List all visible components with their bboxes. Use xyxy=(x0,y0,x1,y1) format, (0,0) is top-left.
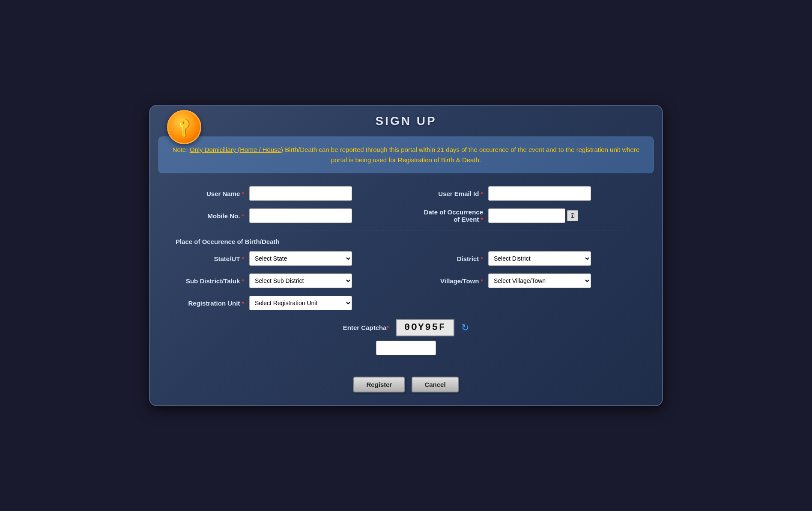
row-subdistrict-village: Sub District/Taluk * Select Sub District… xyxy=(176,273,636,288)
date-input-group: 🗓 xyxy=(488,208,578,223)
mobile-input[interactable] xyxy=(249,208,352,223)
note-underline: Only Domiciliary (Home / House) xyxy=(190,146,283,153)
row-user-info: User Name * User Email Id * xyxy=(176,186,636,201)
captcha-input[interactable] xyxy=(376,341,436,355)
captcha-display: 0OY95F xyxy=(396,319,454,336)
email-required: * xyxy=(481,190,483,197)
username-label: User Name * xyxy=(176,190,244,197)
district-select[interactable]: Select District xyxy=(488,251,591,266)
signup-dialog: 🔑 SIGN UP Note: Only Domiciliary (Home /… xyxy=(149,105,663,406)
email-label: User Email Id * xyxy=(415,190,483,197)
group-mobile: Mobile No. * xyxy=(176,208,397,223)
row-state-district: State/UT * Select State District * Selec… xyxy=(176,251,636,266)
divider xyxy=(184,231,628,231)
email-input[interactable] xyxy=(488,186,591,201)
page-title: SIGN UP xyxy=(375,114,436,128)
mobile-label: Mobile No. * xyxy=(176,212,244,220)
captcha-label: Enter Captcha* xyxy=(343,324,389,331)
username-required: * xyxy=(242,190,244,197)
calendar-icon[interactable]: 🗓 xyxy=(567,210,578,221)
place-section-label: Place of Occurence of Birth/Death xyxy=(176,238,636,245)
sub-district-select[interactable]: Select Sub District xyxy=(249,273,352,288)
row-reg-unit: Registration Unit * Select Registration … xyxy=(176,296,636,310)
reg-unit-select[interactable]: Select Registration Unit xyxy=(249,296,352,310)
group-sub-district: Sub District/Taluk * Select Sub District xyxy=(176,273,397,288)
state-label: State/UT * xyxy=(176,255,244,262)
group-district: District * Select District xyxy=(415,251,636,266)
register-button[interactable]: Register xyxy=(353,377,405,392)
group-village: Village/Town * Select Village/Town xyxy=(415,273,636,288)
district-label: District * xyxy=(415,255,483,262)
form-area: User Name * User Email Id * Mobile No. * xyxy=(150,182,662,364)
refresh-captcha-icon[interactable]: ↻ xyxy=(461,322,469,333)
cancel-button[interactable]: Cancel xyxy=(412,377,458,392)
group-email: User Email Id * xyxy=(415,186,636,201)
village-label: Village/Town * xyxy=(415,277,483,285)
note-box: Note: Only Domiciliary (Home / House) Bi… xyxy=(158,137,654,173)
header: 🔑 SIGN UP xyxy=(150,106,662,132)
mobile-required: * xyxy=(242,213,244,220)
reg-unit-label: Registration Unit * xyxy=(176,300,244,307)
row-mobile-date: Mobile No. * Date of Occurrence of Event… xyxy=(176,208,636,223)
state-select[interactable]: Select State xyxy=(249,251,352,266)
username-input[interactable] xyxy=(249,186,352,201)
village-select[interactable]: Select Village/Town xyxy=(488,273,591,288)
date-label: Date of Occurrence of Event * xyxy=(415,208,483,223)
group-reg-unit: Registration Unit * Select Registration … xyxy=(176,296,397,310)
logo: 🔑 xyxy=(167,110,201,144)
sub-district-label: Sub District/Taluk * xyxy=(176,277,244,285)
group-state: State/UT * Select State xyxy=(176,251,397,266)
group-date: Date of Occurrence of Event * 🗓 xyxy=(415,208,636,223)
buttons-row: Register Cancel xyxy=(150,377,662,392)
date-input[interactable] xyxy=(488,208,565,223)
note-text: Note: Only Domiciliary (Home / House) Bi… xyxy=(172,145,640,165)
note-suffix: Birth/Death can be reported through this… xyxy=(283,146,639,163)
captcha-input-row xyxy=(176,341,636,355)
key-icon: 🔑 xyxy=(172,115,196,139)
captcha-row: Enter Captcha* 0OY95F ↻ xyxy=(176,319,636,336)
group-username: User Name * xyxy=(176,186,397,201)
note-prefix: Note: xyxy=(173,146,190,153)
